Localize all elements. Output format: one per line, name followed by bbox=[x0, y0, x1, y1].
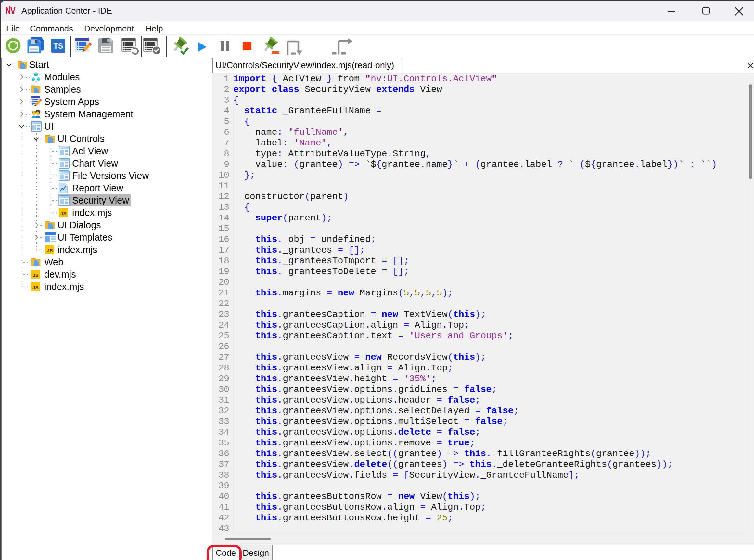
svg-text:TS: TS bbox=[54, 42, 63, 50]
svg-text:JS: JS bbox=[60, 211, 66, 216]
svg-text:JS: JS bbox=[33, 272, 38, 278]
svg-text:JS: JS bbox=[47, 248, 53, 253]
svg-text:JS: JS bbox=[33, 285, 38, 290]
